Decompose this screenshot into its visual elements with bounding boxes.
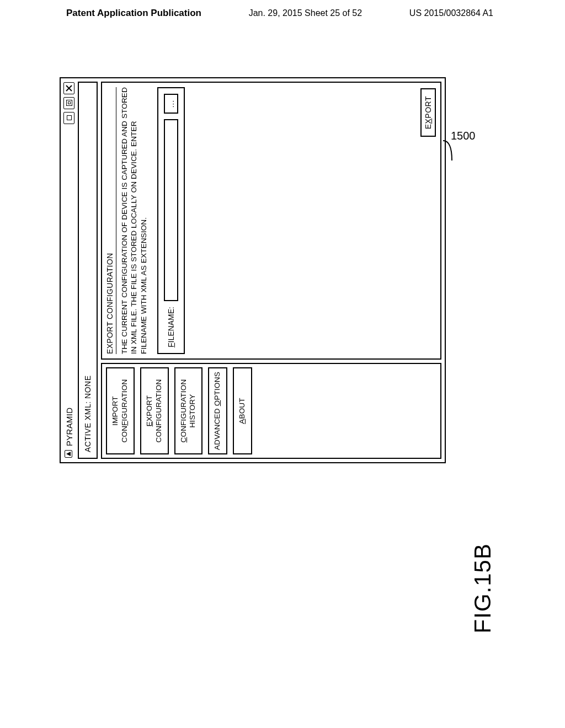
title-left: PYRAMID xyxy=(65,408,74,458)
section-title: EXPORT CONFIGURATION xyxy=(105,87,116,354)
filename-label: FILENAME: xyxy=(167,307,175,347)
header-left: Patent Application Publication xyxy=(66,8,201,19)
minimize-button[interactable] xyxy=(63,112,74,124)
filename-input[interactable] xyxy=(164,119,178,301)
header-right: US 2015/0032864 A1 xyxy=(409,8,493,18)
content-panel: EXPORT CONFIGURATION THE CURRENT CONFIGU… xyxy=(101,82,441,360)
status-bar: ACTIVE XML: NONE xyxy=(78,82,98,459)
figure-label: FIG.15B xyxy=(470,543,496,633)
close-button[interactable] xyxy=(63,82,74,94)
body-row: IMPORT CONFIGURATION EXPORT CONFIGURATIO… xyxy=(101,80,443,461)
section-description: THE CURRENT CONFIGURATION OF DEVICE IS C… xyxy=(120,87,148,354)
app-icon xyxy=(65,450,72,458)
nav-export-configuration[interactable]: EXPORT CONFIGURATION xyxy=(140,367,169,454)
figure-stage: PYRAMID ACTIVE XML: NONE IMPORT CONFIGUR… xyxy=(60,77,446,463)
close-icon xyxy=(66,85,72,92)
export-button[interactable]: EXPORT xyxy=(420,88,436,137)
filename-row: FILENAME: ... xyxy=(157,87,185,354)
nav-import-configuration[interactable]: IMPORT CONFIGURATION xyxy=(106,367,135,454)
active-xml-status: ACTIVE XML: NONE xyxy=(83,376,92,452)
nav-advanced-options[interactable]: ADVANCED OPTIONS xyxy=(208,367,227,454)
maximize-button[interactable] xyxy=(63,97,74,109)
app-title: PYRAMID xyxy=(65,408,74,446)
page-header: Patent Application Publication Jan. 29, … xyxy=(0,0,565,25)
browse-button[interactable]: ... xyxy=(164,94,178,114)
header-center: Jan. 29, 2015 Sheet 25 of 52 xyxy=(249,8,363,18)
reference-number: 1500 xyxy=(451,130,476,142)
sidebar: IMPORT CONFIGURATION EXPORT CONFIGURATIO… xyxy=(101,363,441,459)
nav-about[interactable]: ABOUT xyxy=(233,367,252,454)
nav-configuration-history[interactable]: CONFIGURATION HISTORY xyxy=(174,367,203,454)
title-bar: PYRAMID xyxy=(62,80,77,461)
reference-leader xyxy=(442,140,459,162)
app-window: PYRAMID ACTIVE XML: NONE IMPORT CONFIGUR… xyxy=(60,77,446,463)
window-controls xyxy=(63,82,74,124)
